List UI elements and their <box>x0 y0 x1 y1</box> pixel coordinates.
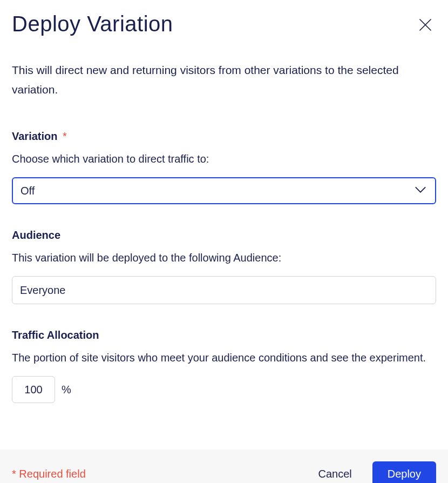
dialog-title: Deploy Variation <box>12 12 173 36</box>
close-icon <box>418 17 433 32</box>
required-asterisk: * <box>63 130 67 142</box>
variation-label: Variation * <box>12 130 436 143</box>
traffic-label: Traffic Allocation <box>12 329 436 341</box>
variation-select[interactable]: Off <box>12 177 436 204</box>
traffic-help: The portion of site visitors who meet yo… <box>12 349 436 366</box>
audience-help: This variation will be deployed to the f… <box>12 249 436 266</box>
traffic-input-row: % <box>12 376 436 403</box>
variation-select-value: Off <box>21 185 35 197</box>
deploy-variation-dialog: Deploy Variation This will direct new an… <box>0 0 448 483</box>
traffic-section: Traffic Allocation The portion of site v… <box>12 329 436 403</box>
variation-help: Choose which variation to direct traffic… <box>12 150 436 167</box>
dialog-footer: * Required field Cancel Deploy <box>0 450 448 483</box>
variation-select-wrapper: Off <box>12 177 436 204</box>
traffic-allocation-input[interactable] <box>12 376 55 403</box>
percent-unit: % <box>62 384 71 396</box>
dialog-header: Deploy Variation <box>12 12 436 37</box>
audience-field: Everyone <box>12 276 436 304</box>
footer-actions: Cancel Deploy <box>316 461 436 483</box>
deploy-button[interactable]: Deploy <box>372 461 436 483</box>
audience-section: Audience This variation will be deployed… <box>12 229 436 304</box>
cancel-button[interactable]: Cancel <box>316 465 354 483</box>
close-button[interactable] <box>416 15 435 37</box>
required-field-note: * Required field <box>12 468 86 480</box>
dialog-description: This will direct new and returning visit… <box>12 61 436 99</box>
audience-label: Audience <box>12 229 436 242</box>
variation-label-text: Variation <box>12 130 57 142</box>
audience-value: Everyone <box>20 284 66 297</box>
dialog-body: Deploy Variation This will direct new an… <box>0 0 448 450</box>
variation-section: Variation * Choose which variation to di… <box>12 130 436 204</box>
